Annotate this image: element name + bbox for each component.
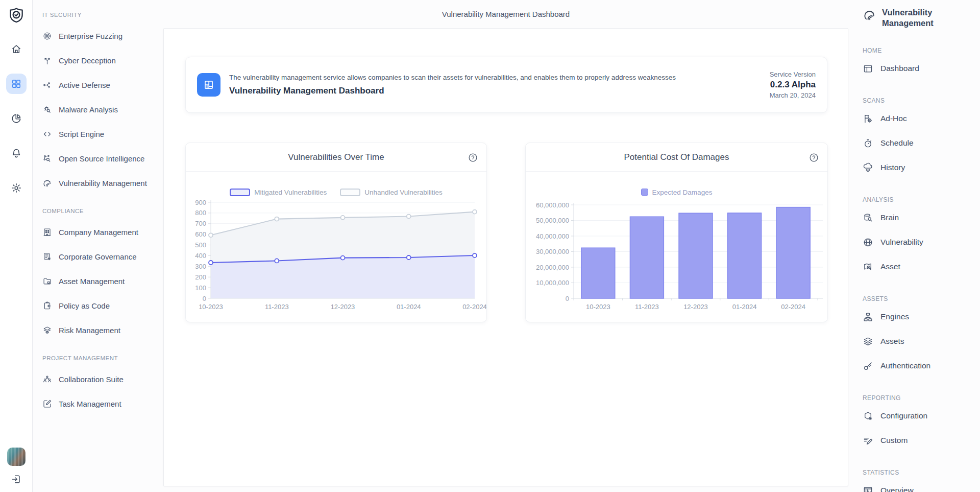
- module-item-configuration[interactable]: Configuration: [863, 404, 980, 428]
- sidebar-item-company-management[interactable]: Company Management: [42, 220, 163, 244]
- sidebar-item-label: Policy as Code: [59, 301, 110, 310]
- module-item-assets[interactable]: Assets: [863, 329, 980, 354]
- sidebar-item-open-source-intelligence[interactable]: Open Source Intelligence: [42, 146, 163, 171]
- logout-button[interactable]: [11, 474, 22, 485]
- sidebar-item-label: Script Engine: [59, 130, 104, 138]
- rail-item-reports[interactable]: [6, 108, 27, 129]
- rail-item-apps[interactable]: [6, 74, 27, 94]
- legend-swatch: [340, 189, 360, 196]
- module-item-asset[interactable]: Asset: [863, 254, 980, 279]
- module-item-brain[interactable]: Brain: [863, 205, 980, 230]
- service-version-label: Service Version: [770, 71, 816, 78]
- module-item-dashboard[interactable]: Dashboard: [863, 56, 980, 81]
- rail-nav: [6, 39, 27, 198]
- legend-swatch: [641, 189, 648, 196]
- sidebar-item-malware-analysis[interactable]: Malware Analysis: [42, 97, 163, 122]
- module-item-label: Dashboard: [880, 64, 919, 73]
- sidebar-item-cyber-deception[interactable]: Cyber Deception: [42, 48, 163, 73]
- module-item-ad-hoc[interactable]: Ad-Hoc: [863, 106, 980, 131]
- apps-grid-icon: [11, 78, 22, 89]
- module-item-label: Asset: [880, 262, 900, 271]
- line-chart-plot: 010020030040050060070080090010-202311-20…: [186, 198, 486, 321]
- route-split-icon: [42, 80, 52, 90]
- legend-label: Mitigated Vulnerabilities: [254, 189, 327, 196]
- icon-rail: [0, 0, 33, 492]
- sidebar-item-risk-management[interactable]: Risk Management: [42, 318, 163, 342]
- module-section-scans: SCANS: [863, 95, 980, 106]
- rail-item-home[interactable]: [6, 39, 27, 59]
- sidebar-section-items: Collaboration SuiteTask Management: [42, 367, 163, 416]
- sidebar-item-enterprise-fuzzing[interactable]: Enterprise Fuzzing: [42, 24, 163, 48]
- legend-swatch: [230, 189, 250, 196]
- module-item-custom[interactable]: Custom: [863, 428, 980, 453]
- globe-icon: [863, 237, 873, 248]
- layers-icon: [863, 336, 873, 347]
- module-item-label: Assets: [880, 337, 904, 346]
- module-item-schedule[interactable]: Schedule: [863, 131, 980, 155]
- legend-item-expected-damages[interactable]: Expected Damages: [641, 189, 713, 196]
- svg-text:60,000,000: 60,000,000: [536, 201, 569, 209]
- chart-head: Vulnerabilities Over Time: [186, 143, 486, 172]
- bug-search-icon: [42, 105, 52, 114]
- svg-text:50,000,000: 50,000,000: [536, 217, 569, 224]
- database-search-icon: [863, 213, 873, 223]
- module-item-authentication[interactable]: Authentication: [863, 354, 980, 378]
- svg-text:10-2023: 10-2023: [199, 303, 223, 311]
- sidebar-item-asset-management[interactable]: Asset Management: [42, 269, 163, 293]
- help-icon[interactable]: [808, 152, 819, 163]
- module-item-vulnerability[interactable]: Vulnerability: [863, 230, 980, 254]
- layers-eye-icon: [42, 325, 52, 335]
- logout-icon: [11, 474, 22, 485]
- sidebar-item-corporate-governance[interactable]: Corporate Governance: [42, 244, 163, 269]
- svg-text:01-2024: 01-2024: [732, 303, 757, 311]
- svg-text:12-2023: 12-2023: [331, 303, 355, 311]
- chart-legend: Mitigated VulnerabilitiesUnhandled Vulne…: [186, 186, 486, 198]
- sidebar-item-script-engine[interactable]: Script Engine: [42, 122, 163, 146]
- svg-text:02-2024: 02-2024: [781, 303, 805, 311]
- module-item-history[interactable]: History: [863, 155, 980, 180]
- svg-text:600: 600: [195, 230, 206, 238]
- map-search-icon: [863, 262, 873, 272]
- module-section-home: HOME: [863, 45, 980, 56]
- sidebar-section-items: Company ManagementCorporate GovernanceAs…: [42, 220, 163, 342]
- svg-text:0: 0: [203, 295, 206, 302]
- chart-title: Potential Cost Of Damages: [624, 152, 729, 162]
- sidebar-section-project-management: PROJECT MANAGEMENT: [42, 353, 163, 363]
- rail-item-notifications[interactable]: [6, 143, 27, 163]
- avatar[interactable]: [7, 448, 26, 466]
- network-search-icon: [42, 154, 52, 163]
- module-item-label: Custom: [880, 436, 908, 445]
- legend-item-mitigated-vulnerabilities[interactable]: Mitigated Vulnerabilities: [230, 189, 327, 196]
- module-item-engines[interactable]: Engines: [863, 304, 980, 329]
- chart-legend: Expected Damages: [526, 186, 827, 198]
- rail-item-settings[interactable]: [6, 178, 27, 198]
- svg-text:02-2024: 02-2024: [462, 303, 486, 311]
- sidebar-item-label: Risk Management: [59, 326, 120, 335]
- svg-text:40,000,000: 40,000,000: [536, 232, 569, 240]
- legend-item-unhandled-vulnerabilities[interactable]: Unhandled Vulnerabilities: [340, 189, 443, 196]
- sidebar-item-vulnerability-management[interactable]: Vulnerability Management: [42, 171, 163, 195]
- svg-text:10-2023: 10-2023: [586, 303, 610, 311]
- service-header-text: The vulnerability management service all…: [229, 74, 676, 96]
- sidebar-item-collaboration-suite[interactable]: Collaboration Suite: [42, 367, 163, 391]
- sidebar-item-label: Asset Management: [59, 277, 125, 286]
- svg-text:800: 800: [195, 209, 206, 217]
- sidebar-item-policy-as-code[interactable]: Policy as Code: [42, 293, 163, 318]
- sidebar-item-label: Company Management: [59, 228, 138, 237]
- module-item-overview[interactable]: Overview: [863, 478, 980, 492]
- svg-text:500: 500: [195, 241, 206, 249]
- cloud-history-icon: [863, 162, 873, 173]
- module-section-assets: ASSETS: [863, 293, 980, 304]
- window-icon: [863, 63, 873, 74]
- sidebar-item-label: Vulnerability Management: [59, 179, 147, 188]
- chart-card-potential-cost-of-damages: Potential Cost Of DamagesExpected Damage…: [525, 143, 828, 322]
- sidebar-item-active-defense[interactable]: Active Defense: [42, 73, 163, 97]
- module-item-label: Engines: [880, 312, 909, 321]
- service-title: Vulnerability Management Dashboard: [229, 86, 676, 96]
- help-icon[interactable]: [468, 152, 478, 163]
- service-version-date: March 20, 2024: [770, 91, 816, 99]
- stopwatch-icon: [863, 138, 873, 149]
- sidebar-item-task-management[interactable]: Task Management: [42, 391, 163, 416]
- document-gear-icon: [42, 252, 52, 262]
- module-item-label: Authentication: [880, 361, 930, 370]
